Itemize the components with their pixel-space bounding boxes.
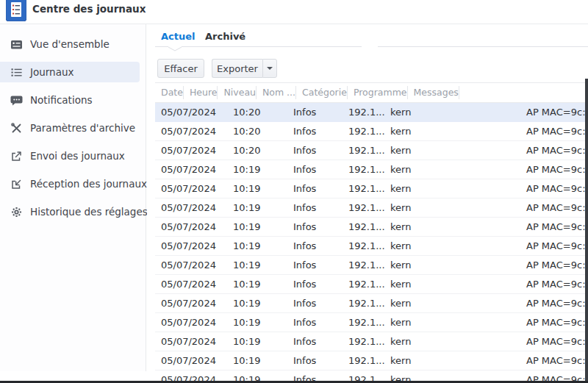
cell-level: Infos (287, 336, 343, 347)
cell-message: AP MAC=9c:a2 (519, 164, 588, 175)
cell-name: 192.1... (343, 240, 384, 251)
cell-level: Infos (287, 202, 343, 213)
caret-down-icon (267, 67, 273, 70)
table-header: DateHeureNiveauNom ...CatégorieProgramme… (155, 82, 588, 103)
cell-category: kern (384, 202, 443, 213)
cell-message: AP MAC=9c:a2 (519, 240, 588, 251)
table-row[interactable]: 05/07/2024 10:19 Infos 192.1... kern AP … (155, 218, 588, 237)
screen-edge-right (585, 79, 588, 381)
sidebar-item-label: Vue d'ensemble (30, 38, 110, 50)
column-header[interactable]: Messages (408, 86, 459, 99)
column-header[interactable]: Date (155, 86, 184, 99)
cell-name: 192.1... (343, 145, 384, 156)
sidebar-item-archive-settings[interactable]: Paramètres d'archive (0, 118, 140, 138)
sidebar-item-receive-logs[interactable]: Réception des journaux (0, 173, 140, 194)
cell-name: 192.1... (343, 183, 384, 194)
export-menu-button[interactable] (262, 59, 277, 78)
cell-date: 05/07/2024 (155, 221, 227, 232)
cell-message: AP MAC=9c:a2 (519, 202, 588, 213)
cell-time: 10:19 (227, 240, 287, 251)
column-header[interactable]: Nom ... (257, 86, 296, 99)
cell-message: AP MAC=9c:a2 (519, 336, 588, 347)
cell-time: 10:19 (227, 336, 287, 347)
sidebar-item-label: Historique des réglages (30, 206, 148, 218)
table-row[interactable]: 05/07/2024 10:19 Infos 192.1... kern AP … (155, 198, 588, 218)
sidebar-item-send-logs[interactable]: Envoi des journaux (0, 146, 140, 166)
table-row[interactable]: 05/07/2024 10:19 Infos 192.1... kern AP … (155, 256, 588, 275)
table-row[interactable]: 05/07/2024 10:20 Infos 192.1... kern AP … (155, 103, 588, 122)
sidebar-item-logs[interactable]: Journaux (0, 62, 140, 82)
cell-date: 05/07/2024 (155, 145, 227, 156)
send-logs-icon (10, 150, 23, 162)
table-row[interactable]: 05/07/2024 10:19 Infos 192.1... kern AP … (155, 313, 588, 332)
toolbar: Effacer Exporter (147, 47, 588, 82)
cell-time: 10:19 (227, 164, 287, 175)
sidebar-item-settings-history[interactable]: Historique des réglages (0, 201, 140, 222)
table-row[interactable]: 05/07/2024 10:19 Infos 192.1... kern AP … (155, 332, 588, 351)
cell-level: Infos (287, 279, 343, 290)
cell-level: Infos (287, 145, 343, 156)
sidebar-item-label: Journaux (30, 66, 74, 78)
table-row[interactable]: 05/07/2024 10:19 Infos 192.1... kern AP … (155, 294, 588, 313)
cell-level: Infos (287, 259, 343, 271)
cell-level: Infos (287, 298, 343, 309)
table-row[interactable]: 05/07/2024 10:20 Infos 192.1... kern AP … (155, 141, 588, 160)
main-panel: Actuel Archivé Effacer Exporter DateHeur… (147, 24, 588, 383)
cell-level: Infos (287, 126, 343, 137)
cell-time: 10:19 (227, 298, 287, 309)
cell-level: Infos (287, 183, 343, 194)
cell-name: 192.1... (343, 298, 384, 309)
cell-time: 10:20 (227, 145, 287, 156)
cell-category: kern (384, 164, 443, 175)
cell-time: 10:19 (227, 259, 287, 271)
cell-level: Infos (287, 240, 343, 251)
cell-date: 05/07/2024 (155, 126, 227, 137)
receive-logs-icon (10, 178, 23, 190)
column-header[interactable]: Heure (184, 86, 218, 99)
sidebar-item-overview[interactable]: Vue d'ensemble (0, 34, 140, 54)
column-header[interactable]: Programme (348, 86, 408, 99)
settings-history-gear-icon (10, 206, 23, 218)
column-header[interactable]: Niveau (218, 86, 257, 99)
cell-name: 192.1... (343, 164, 384, 175)
cell-message: AP MAC=9c:a2 (519, 126, 588, 137)
overview-card-icon (10, 38, 23, 51)
cell-date: 05/07/2024 (155, 355, 227, 366)
cell-message: AP MAC=9c:a2 (519, 259, 588, 271)
cell-category: kern (384, 317, 443, 328)
cell-time: 10:19 (227, 202, 287, 213)
export-button[interactable]: Exporter (212, 59, 262, 78)
table-row[interactable]: 05/07/2024 10:19 Infos 192.1... kern AP … (155, 179, 588, 198)
notifications-bubble-icon (10, 94, 23, 107)
cell-category: kern (384, 240, 443, 251)
table-row[interactable]: 05/07/2024 10:19 Infos 192.1... kern AP … (155, 351, 588, 371)
cell-date: 05/07/2024 (155, 298, 227, 309)
cell-date: 05/07/2024 (155, 279, 227, 290)
table-row[interactable]: 05/07/2024 10:19 Infos 192.1... kern AP … (155, 160, 588, 179)
cell-level: Infos (287, 355, 343, 366)
clear-button[interactable]: Effacer (157, 59, 204, 78)
cell-name: 192.1... (343, 355, 384, 366)
cell-time: 10:20 (227, 126, 287, 137)
cell-category: kern (384, 221, 443, 232)
cell-category: kern (384, 259, 443, 271)
cell-name: 192.1... (343, 126, 384, 137)
cell-message: AP MAC=9c:a2 (519, 107, 588, 118)
table-row[interactable]: 05/07/2024 10:19 Infos 192.1... kern AP … (155, 275, 588, 294)
tab-archived[interactable]: Archivé (205, 31, 245, 42)
cell-name: 192.1... (343, 259, 384, 271)
page-title: Centre des journaux (32, 3, 146, 15)
table-row[interactable]: 05/07/2024 10:19 Infos 192.1... kern AP … (155, 237, 588, 256)
sidebar: Vue d'ensemble Journaux (0, 24, 146, 371)
table-row[interactable]: 05/07/2024 10:20 Infos 192.1... kern AP … (155, 122, 588, 141)
cell-time: 10:20 (227, 107, 287, 118)
cell-name: 192.1... (343, 107, 384, 118)
column-header[interactable]: Catégorie (296, 86, 348, 99)
cell-date: 05/07/2024 (155, 107, 227, 118)
cell-time: 10:19 (227, 221, 287, 232)
cell-category: kern (384, 183, 443, 194)
tab-current[interactable]: Actuel (161, 31, 196, 42)
log-center-window: Centre des journaux Vue d'ensemble (0, 0, 588, 383)
cell-name: 192.1... (343, 279, 384, 290)
sidebar-item-notifications[interactable]: Notifications (0, 90, 140, 110)
